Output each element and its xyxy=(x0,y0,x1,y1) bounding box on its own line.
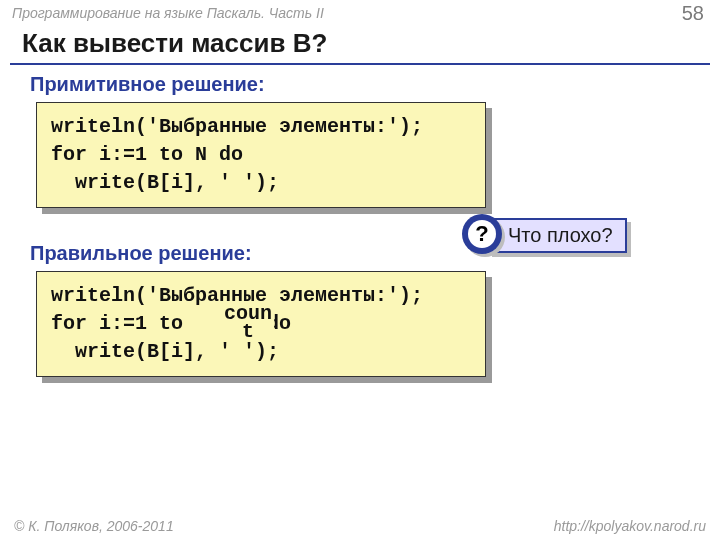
header-subtitle: Программирование на языке Паскаль. Часть… xyxy=(12,5,324,21)
slide: Программирование на языке Паскаль. Часть… xyxy=(0,0,720,540)
overlay-count-label: coun t xyxy=(222,305,274,341)
code-block-correct: writeln('Выбранные элементы:'); for i:=1… xyxy=(36,271,486,377)
title-rule xyxy=(10,63,710,65)
code-block-primitive: writeln('Выбранные элементы:'); for i:=1… xyxy=(36,102,486,208)
code-primitive: writeln('Выбранные элементы:'); for i:=1… xyxy=(36,102,486,208)
question-mark-glyph: ? xyxy=(468,220,496,248)
page-number: 58 xyxy=(682,2,708,25)
callout-text: Что плохо? xyxy=(488,218,627,253)
footer-url: http://kpolyakov.narod.ru xyxy=(554,518,706,534)
callout-whats-wrong: Что плохо? ? xyxy=(430,212,680,262)
slide-title: Как вывести массив B? xyxy=(22,28,720,59)
question-mark-icon: ? xyxy=(462,214,502,254)
footer-copyright: © К. Поляков, 2006-2011 xyxy=(14,518,174,534)
footer: © К. Поляков, 2006-2011 http://kpolyakov… xyxy=(0,518,720,534)
header: Программирование на языке Паскаль. Часть… xyxy=(0,0,720,24)
label-primitive-solution: Примитивное решение: xyxy=(30,73,720,96)
